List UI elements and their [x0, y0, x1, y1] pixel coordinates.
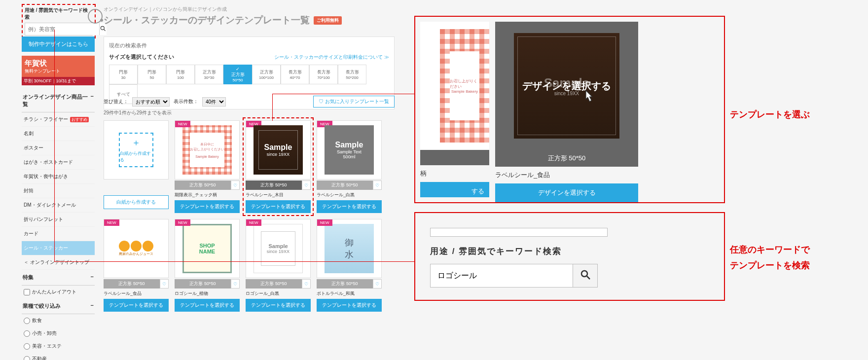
page-header: オンラインデザイン｜パソコンから簡単にデザイン作成 シール・ステッカーのデザイン…	[104, 6, 342, 27]
nav-card[interactable]: カード	[22, 227, 95, 241]
thumb-wood[interactable]: Samplesince 19XX	[253, 125, 303, 175]
big-thumb-wood[interactable]: Samplesince 19XX デザインを選択する	[505, 24, 628, 147]
size-price-link[interactable]: シール・ステッカーのサイズと印刷料金について ≫	[274, 54, 389, 61]
blank-thumb[interactable]: ＋白紙から作成する	[119, 133, 153, 167]
size-square-30[interactable]: 正方形30*30	[195, 65, 223, 84]
fav-button[interactable]: ♡	[373, 180, 382, 190]
industry-food[interactable]: 飲食	[22, 314, 95, 327]
industry-retail[interactable]: 小売・卸売	[22, 327, 95, 340]
free-badge: ご利用無料	[314, 16, 342, 25]
industry-beauty[interactable]: 美容・エステ	[22, 340, 95, 353]
connector	[54, 261, 414, 262]
nav-poster[interactable]: ポスター	[22, 141, 95, 155]
svg-line-3	[587, 276, 590, 279]
thumb-gray[interactable]: SampleSample Text500ml	[325, 125, 374, 175]
annotation-template-select: お召し上がりくださいSample Bakery 柄 する Samplesince…	[414, 16, 725, 203]
nav-meishi[interactable]: 名刺	[22, 127, 95, 141]
size-square-50[interactable]: ✓正方形50*50	[223, 65, 252, 84]
fav-button[interactable]: ♡	[231, 180, 240, 190]
thumb-leaf[interactable]: SHOPNAME	[182, 224, 232, 273]
svg-line-1	[104, 29, 106, 31]
keyword-search-box: 用途 / 雰囲気でキーワード検索	[22, 4, 96, 38]
nav-pamphlet[interactable]: 折りパンフレット	[22, 213, 95, 227]
sidebar: 制作中デザインはこちら 年賀状 無料テンプレート 早割 30%OFF｜10/31…	[22, 36, 95, 360]
section-industry: 業種で絞り込み−	[22, 298, 95, 314]
page-title: シール・ステッカーのデザインテンプレート一覧 ご利用無料	[104, 14, 342, 27]
select-template-button[interactable]: テンプレートを選択する	[317, 299, 382, 312]
card-logo-bw: NEW Samplesince 19XX 正方形 50*50♡ ロゴシール_白黒…	[246, 219, 311, 312]
my-designs-button[interactable]: 制作中デザインはこちら	[22, 36, 95, 52]
annotation-label-1: テンプレートを選ぶ	[730, 108, 810, 120]
fav-button[interactable]: ♡	[302, 279, 311, 288]
favorites-link[interactable]: ♡ お気に入りテンプレート一覧	[313, 96, 395, 108]
perpage-select[interactable]: 40件	[202, 97, 226, 107]
fav-button[interactable]: ♡	[231, 279, 240, 288]
fav-button[interactable]: ♡	[373, 279, 382, 288]
big-search-button[interactable]	[573, 264, 597, 287]
connector	[272, 94, 273, 121]
size-circle-100[interactable]: 円形100	[166, 65, 195, 84]
select-template-button[interactable]: テンプレートを選択する	[246, 200, 311, 213]
annotation-keyword-search: 用途 / 雰囲気でキーワード検索	[414, 212, 725, 301]
card-food: NEW 農家のみかんジュース 正方形 50*50♡ ラベルシール_食品 テンプレ…	[104, 219, 169, 312]
big-search-input[interactable]	[431, 264, 573, 287]
sort-select[interactable]: おすすめ順	[132, 97, 170, 107]
promo-banner[interactable]: 年賀状 無料テンプレート 早割 30%OFF｜10/31まで	[22, 56, 95, 85]
select-template-button[interactable]: テンプレートを選択する	[175, 299, 240, 312]
nav-sticker[interactable]: シール・ステッカー	[22, 241, 95, 255]
card-wood: NEW Samplesince 19XX 正方形 50*50♡ ラベルシール_木…	[246, 120, 311, 213]
select-template-button[interactable]: テンプレートを選択する	[317, 200, 382, 213]
nav-dm[interactable]: DM・ダイレクトメール	[22, 198, 95, 213]
nav-postcard[interactable]: はがき・ポストカード	[22, 155, 95, 170]
svg-point-2	[581, 271, 587, 277]
thumb-white[interactable]: Samplesince 19XX	[253, 224, 303, 273]
big-select-button[interactable]: デザインを選択する	[495, 183, 638, 202]
size-circle-50[interactable]: 円形50	[138, 65, 166, 84]
nav-back-top[interactable]: ＜ オンラインデザイントップ	[22, 255, 95, 270]
section-feature: 特集−	[22, 270, 95, 286]
thumb-blue[interactable]: 御水	[325, 224, 374, 273]
nav-envelope[interactable]: 封筒	[22, 184, 95, 198]
fav-button[interactable]: ♡	[302, 180, 311, 190]
size-rect-40-70[interactable]: 長方形40*70	[281, 65, 309, 84]
size-rect-70-100[interactable]: 長方形70*100	[309, 65, 338, 84]
card-bw: NEW SampleSample Text500ml 正方形 50*50♡ ラベ…	[317, 120, 382, 213]
nav-flyer[interactable]: チラシ・フライヤーおすすめ	[22, 112, 95, 127]
size-rect-50-200[interactable]: 長方形50*200	[338, 65, 366, 84]
sort-bar: 並び替え： おすすめ順 表示件数： 40件 ♡ お気に入りテンプレート一覧	[104, 96, 395, 108]
blank-create-button[interactable]: 白紙から作成する	[104, 195, 169, 209]
annotation-label-2: 任意のキーワードで テンプレートを検索	[730, 242, 810, 274]
card-check: NEW 本日中にお召し上がりくださいSample Bakery 正方形 50*5…	[175, 120, 240, 213]
section-products: オンラインデザイン商品一覧−	[22, 89, 95, 112]
result-count: 29件中1件から29件までを表示	[104, 109, 172, 116]
category-nav: チラシ・フライヤーおすすめ 名刺 ポスター はがき・ポストカード 年賀状・喪中は…	[22, 112, 95, 255]
template-grid: ＋白紙から作成する 白紙から作成する NEW 本日中にお召し上がりくださいSam…	[104, 120, 399, 312]
fav-button[interactable]: ♡	[160, 279, 169, 288]
select-template-button[interactable]: テンプレートを選択する	[175, 200, 240, 213]
select-template-button[interactable]: テンプレートを選択する	[246, 299, 311, 312]
thumb-check[interactable]: 本日中にお召し上がりくださいSample Bakery	[182, 125, 232, 175]
search-icon	[579, 269, 591, 281]
logo-icon	[88, 9, 103, 24]
size-square-100[interactable]: 正方形100*100	[252, 65, 281, 84]
search-label: 用途 / 雰囲気でキーワード検索	[25, 7, 93, 21]
cursor-icon	[582, 89, 595, 104]
nav-nenga[interactable]: 年賀状・喪中はがき	[22, 170, 95, 184]
connector	[54, 30, 55, 261]
search-input[interactable]	[25, 23, 99, 35]
blank-field	[430, 228, 608, 237]
card-plant: NEW SHOPNAME 正方形 50*50♡ ロゴシール_植物 テンプレートを…	[175, 219, 240, 312]
select-template-button[interactable]: テンプレートを選択する	[104, 299, 169, 312]
thumb-orange[interactable]: 農家のみかんジュース	[111, 224, 161, 273]
connector	[272, 94, 414, 94]
card-blank: ＋白紙から作成する 白紙から作成する	[104, 120, 169, 213]
card-bottle: NEW 御水 正方形 50*50♡ ボトルラベル_和風 テンプレートを選択する	[317, 219, 382, 312]
feature-easy-layout[interactable]: かんたんレイアウト	[22, 286, 95, 298]
size-circle-30[interactable]: 円形30	[109, 65, 138, 84]
breadcrumb: オンラインデザイン｜パソコンから簡単にデザイン作成	[104, 6, 342, 13]
industry-estate[interactable]: 不動産	[22, 353, 95, 360]
